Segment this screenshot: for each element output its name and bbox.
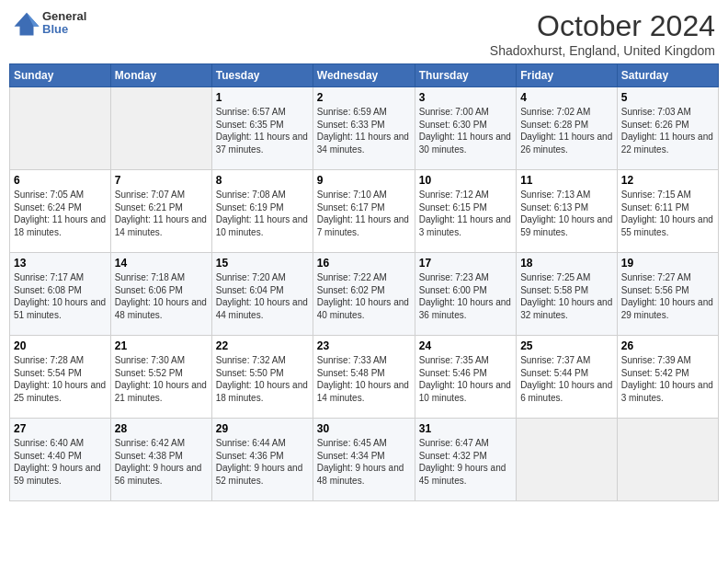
calendar-cell: 24Sunrise: 7:35 AM Sunset: 5:46 PM Dayli… xyxy=(415,336,516,419)
day-number: 2 xyxy=(317,91,411,104)
calendar-cell: 5Sunrise: 7:03 AM Sunset: 6:26 PM Daylig… xyxy=(617,87,718,170)
calendar-cell: 30Sunrise: 6:45 AM Sunset: 4:34 PM Dayli… xyxy=(313,419,415,501)
day-content: Sunrise: 7:32 AM Sunset: 5:50 PM Dayligh… xyxy=(216,354,309,404)
calendar-cell: 12Sunrise: 7:15 AM Sunset: 6:11 PM Dayli… xyxy=(617,170,718,253)
calendar-cell: 1Sunrise: 6:57 AM Sunset: 6:35 PM Daylig… xyxy=(211,87,313,170)
calendar-cell: 23Sunrise: 7:33 AM Sunset: 5:48 PM Dayli… xyxy=(313,336,415,419)
day-number: 10 xyxy=(419,174,512,187)
day-number: 22 xyxy=(216,339,309,352)
day-content: Sunrise: 7:10 AM Sunset: 6:17 PM Dayligh… xyxy=(317,189,411,238)
calendar-cell: 19Sunrise: 7:27 AM Sunset: 5:56 PM Dayli… xyxy=(617,253,718,336)
day-content: Sunrise: 7:15 AM Sunset: 6:11 PM Dayligh… xyxy=(621,189,714,238)
day-content: Sunrise: 7:13 AM Sunset: 6:13 PM Dayligh… xyxy=(520,189,613,238)
day-number: 19 xyxy=(621,257,714,270)
day-content: Sunrise: 7:37 AM Sunset: 5:44 PM Dayligh… xyxy=(520,354,613,404)
day-number: 15 xyxy=(216,257,309,270)
day-number: 21 xyxy=(115,339,208,352)
day-number: 26 xyxy=(621,339,714,352)
day-number: 24 xyxy=(419,339,512,352)
day-number: 12 xyxy=(621,174,714,187)
day-content: Sunrise: 7:22 AM Sunset: 6:02 PM Dayligh… xyxy=(317,271,411,321)
calendar-cell: 27Sunrise: 6:40 AM Sunset: 4:40 PM Dayli… xyxy=(10,419,111,501)
day-content: Sunrise: 7:25 AM Sunset: 5:58 PM Dayligh… xyxy=(520,271,613,321)
page-header: General Blue October 2024 Shadoxhurst, E… xyxy=(9,9,719,58)
day-content: Sunrise: 6:59 AM Sunset: 6:33 PM Dayligh… xyxy=(317,106,411,155)
day-number: 1 xyxy=(216,91,309,104)
day-content: Sunrise: 7:23 AM Sunset: 6:00 PM Dayligh… xyxy=(419,271,512,321)
column-header-saturday: Saturday xyxy=(617,64,718,87)
day-content: Sunrise: 7:18 AM Sunset: 6:06 PM Dayligh… xyxy=(115,271,208,321)
calendar-cell: 25Sunrise: 7:37 AM Sunset: 5:44 PM Dayli… xyxy=(517,336,618,419)
calendar-cell: 29Sunrise: 6:44 AM Sunset: 4:36 PM Dayli… xyxy=(211,419,313,501)
day-content: Sunrise: 7:08 AM Sunset: 6:19 PM Dayligh… xyxy=(216,189,309,238)
week-row-3: 13Sunrise: 7:17 AM Sunset: 6:08 PM Dayli… xyxy=(10,253,719,336)
logo: General Blue xyxy=(13,9,86,37)
day-number: 4 xyxy=(520,91,613,104)
calendar-cell: 17Sunrise: 7:23 AM Sunset: 6:00 PM Dayli… xyxy=(415,253,516,336)
column-header-wednesday: Wednesday xyxy=(313,64,415,87)
day-number: 13 xyxy=(14,257,107,270)
day-number: 29 xyxy=(216,422,309,435)
calendar-cell: 13Sunrise: 7:17 AM Sunset: 6:08 PM Dayli… xyxy=(10,253,111,336)
day-number: 9 xyxy=(317,174,411,187)
calendar-cell: 26Sunrise: 7:39 AM Sunset: 5:42 PM Dayli… xyxy=(617,336,718,419)
calendar-cell: 15Sunrise: 7:20 AM Sunset: 6:04 PM Dayli… xyxy=(211,253,313,336)
day-number: 18 xyxy=(520,257,613,270)
day-number: 28 xyxy=(115,422,208,435)
calendar-header-row: SundayMondayTuesdayWednesdayThursdayFrid… xyxy=(10,64,719,87)
day-content: Sunrise: 7:00 AM Sunset: 6:30 PM Dayligh… xyxy=(419,106,512,155)
day-number: 14 xyxy=(115,257,208,270)
calendar-cell: 14Sunrise: 7:18 AM Sunset: 6:06 PM Dayli… xyxy=(110,253,211,336)
day-number: 3 xyxy=(419,91,512,104)
day-content: Sunrise: 6:45 AM Sunset: 4:34 PM Dayligh… xyxy=(317,437,411,487)
calendar-cell: 22Sunrise: 7:32 AM Sunset: 5:50 PM Dayli… xyxy=(211,336,313,419)
day-content: Sunrise: 7:20 AM Sunset: 6:04 PM Dayligh… xyxy=(216,271,309,321)
day-content: Sunrise: 7:27 AM Sunset: 5:56 PM Dayligh… xyxy=(621,271,714,321)
day-number: 23 xyxy=(317,339,411,352)
day-content: Sunrise: 6:40 AM Sunset: 4:40 PM Dayligh… xyxy=(14,437,107,487)
day-number: 27 xyxy=(14,422,107,435)
day-number: 5 xyxy=(621,91,714,104)
day-content: Sunrise: 7:12 AM Sunset: 6:15 PM Dayligh… xyxy=(419,189,512,238)
calendar-cell xyxy=(110,87,211,170)
calendar-cell: 31Sunrise: 6:47 AM Sunset: 4:32 PM Dayli… xyxy=(415,419,516,501)
day-content: Sunrise: 7:17 AM Sunset: 6:08 PM Dayligh… xyxy=(14,271,107,321)
calendar-cell: 6Sunrise: 7:05 AM Sunset: 6:24 PM Daylig… xyxy=(10,170,111,253)
calendar-cell: 20Sunrise: 7:28 AM Sunset: 5:54 PM Dayli… xyxy=(10,336,111,419)
day-number: 6 xyxy=(14,174,107,187)
logo-text: General Blue xyxy=(42,10,86,37)
day-number: 31 xyxy=(419,422,512,435)
column-header-monday: Monday xyxy=(110,64,211,87)
column-header-thursday: Thursday xyxy=(415,64,516,87)
week-row-4: 20Sunrise: 7:28 AM Sunset: 5:54 PM Dayli… xyxy=(10,336,719,419)
calendar-cell: 11Sunrise: 7:13 AM Sunset: 6:13 PM Dayli… xyxy=(517,170,618,253)
day-content: Sunrise: 7:30 AM Sunset: 5:52 PM Dayligh… xyxy=(115,354,208,404)
calendar-cell: 4Sunrise: 7:02 AM Sunset: 6:28 PM Daylig… xyxy=(517,87,618,170)
calendar-cell: 10Sunrise: 7:12 AM Sunset: 6:15 PM Dayli… xyxy=(415,170,516,253)
column-header-friday: Friday xyxy=(517,64,618,87)
location: Shadoxhurst, England, United Kingdom xyxy=(490,43,715,58)
calendar-cell: 28Sunrise: 6:42 AM Sunset: 4:38 PM Dayli… xyxy=(110,419,211,501)
day-content: Sunrise: 7:03 AM Sunset: 6:26 PM Dayligh… xyxy=(621,106,714,155)
day-number: 8 xyxy=(216,174,309,187)
calendar-cell: 16Sunrise: 7:22 AM Sunset: 6:02 PM Dayli… xyxy=(313,253,415,336)
title-block: October 2024 Shadoxhurst, England, Unite… xyxy=(490,9,715,58)
calendar-cell: 3Sunrise: 7:00 AM Sunset: 6:30 PM Daylig… xyxy=(415,87,516,170)
day-number: 25 xyxy=(520,339,613,352)
calendar-cell: 2Sunrise: 6:59 AM Sunset: 6:33 PM Daylig… xyxy=(313,87,415,170)
day-number: 17 xyxy=(419,257,512,270)
day-content: Sunrise: 7:39 AM Sunset: 5:42 PM Dayligh… xyxy=(621,354,714,404)
week-row-5: 27Sunrise: 6:40 AM Sunset: 4:40 PM Dayli… xyxy=(10,419,719,501)
calendar-cell: 8Sunrise: 7:08 AM Sunset: 6:19 PM Daylig… xyxy=(211,170,313,253)
calendar-table: SundayMondayTuesdayWednesdayThursdayFrid… xyxy=(9,63,719,501)
day-content: Sunrise: 6:42 AM Sunset: 4:38 PM Dayligh… xyxy=(115,437,208,487)
month-title: October 2024 xyxy=(490,9,715,43)
column-header-tuesday: Tuesday xyxy=(211,64,313,87)
day-number: 7 xyxy=(115,174,208,187)
calendar-cell xyxy=(617,419,718,501)
calendar-cell: 7Sunrise: 7:07 AM Sunset: 6:21 PM Daylig… xyxy=(110,170,211,253)
week-row-2: 6Sunrise: 7:05 AM Sunset: 6:24 PM Daylig… xyxy=(10,170,719,253)
day-content: Sunrise: 6:44 AM Sunset: 4:36 PM Dayligh… xyxy=(216,437,309,487)
day-content: Sunrise: 7:05 AM Sunset: 6:24 PM Dayligh… xyxy=(14,189,107,238)
day-number: 11 xyxy=(520,174,613,187)
